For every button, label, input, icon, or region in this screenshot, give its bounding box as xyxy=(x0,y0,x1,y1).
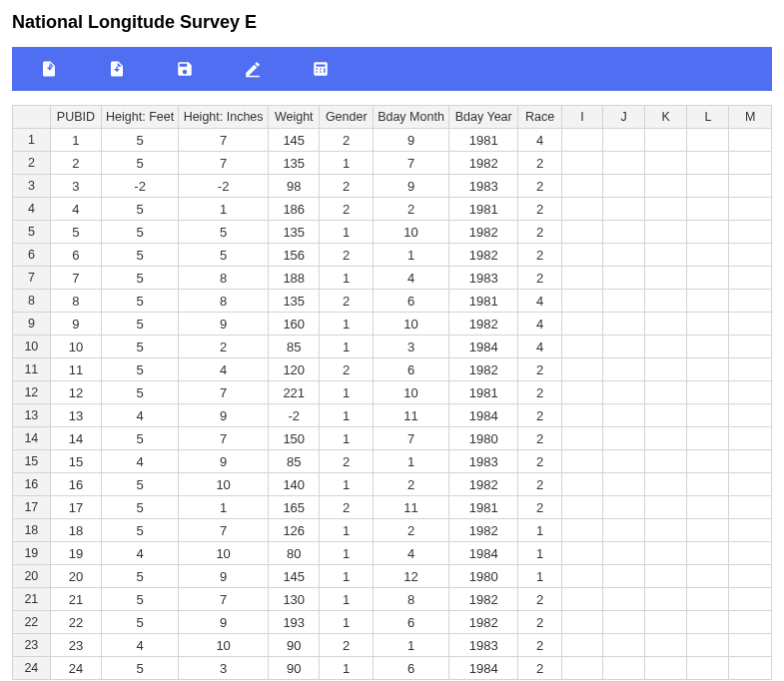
cell[interactable] xyxy=(687,611,729,634)
cell[interactable]: 9 xyxy=(179,313,269,336)
cell[interactable] xyxy=(687,519,729,542)
cell[interactable]: 1981 xyxy=(448,381,517,404)
cell[interactable]: 23 xyxy=(50,634,101,657)
cell[interactable]: 11 xyxy=(374,496,449,519)
cell[interactable] xyxy=(687,175,729,198)
cell[interactable]: 8 xyxy=(179,267,269,290)
cell[interactable] xyxy=(645,152,687,175)
cell[interactable]: 3 xyxy=(374,336,449,358)
cell[interactable] xyxy=(729,152,772,175)
cell[interactable] xyxy=(645,657,687,680)
cell[interactable]: 1982 xyxy=(448,473,517,496)
cell[interactable]: 2 xyxy=(320,358,374,381)
cell[interactable]: 1 xyxy=(374,244,449,267)
cell[interactable]: 1 xyxy=(320,313,374,336)
cell[interactable]: 1 xyxy=(320,588,374,611)
row-header[interactable]: 11 xyxy=(13,358,51,381)
cell[interactable]: 1981 xyxy=(448,290,517,313)
cell[interactable]: 160 xyxy=(269,313,320,336)
row-header[interactable]: 20 xyxy=(13,565,51,588)
column-header[interactable]: I xyxy=(561,106,603,129)
cell[interactable]: 17 xyxy=(50,496,101,519)
cell[interactable] xyxy=(729,634,772,657)
cell[interactable]: 2 xyxy=(320,496,374,519)
row-header[interactable]: 13 xyxy=(13,404,51,427)
cell[interactable] xyxy=(603,336,645,358)
cell[interactable]: 1981 xyxy=(448,198,517,221)
cell[interactable]: 1 xyxy=(179,198,269,221)
cell[interactable] xyxy=(561,313,603,336)
cell[interactable] xyxy=(561,427,603,450)
cell[interactable]: 6 xyxy=(374,611,449,634)
cell[interactable]: 135 xyxy=(269,290,320,313)
cell[interactable]: 85 xyxy=(269,450,320,473)
row-header[interactable]: 12 xyxy=(13,381,51,404)
cell[interactable]: 9 xyxy=(179,450,269,473)
cell[interactable] xyxy=(645,404,687,427)
cell[interactable]: 4 xyxy=(102,542,179,565)
cell[interactable] xyxy=(729,427,772,450)
cell[interactable] xyxy=(561,244,603,267)
cell[interactable]: 150 xyxy=(269,427,320,450)
cell[interactable]: 5 xyxy=(102,611,179,634)
cell[interactable]: 6 xyxy=(374,358,449,381)
cell[interactable]: 2 xyxy=(374,198,449,221)
cell[interactable]: 11 xyxy=(374,404,449,427)
cell[interactable] xyxy=(687,427,729,450)
cell[interactable] xyxy=(561,496,603,519)
cell[interactable]: 1984 xyxy=(448,657,517,680)
cell[interactable]: 1 xyxy=(320,542,374,565)
cell[interactable]: 1 xyxy=(320,336,374,358)
cell[interactable]: 10 xyxy=(374,381,449,404)
cell[interactable]: 2 xyxy=(518,496,561,519)
cell[interactable] xyxy=(729,358,772,381)
cell[interactable] xyxy=(729,290,772,313)
cell[interactable]: 5 xyxy=(102,198,179,221)
cell[interactable]: 85 xyxy=(269,336,320,358)
cell[interactable]: 5 xyxy=(179,244,269,267)
cell[interactable] xyxy=(561,381,603,404)
cell[interactable]: 2 xyxy=(518,198,561,221)
cell[interactable]: 5 xyxy=(102,244,179,267)
cell[interactable]: 1981 xyxy=(448,496,517,519)
cell[interactable] xyxy=(603,611,645,634)
cell[interactable]: 15 xyxy=(50,450,101,473)
cell[interactable]: 4 xyxy=(374,267,449,290)
cell[interactable]: 145 xyxy=(269,565,320,588)
cell[interactable] xyxy=(687,129,729,152)
cell[interactable] xyxy=(645,542,687,565)
cell[interactable]: 9 xyxy=(50,313,101,336)
row-header[interactable]: 21 xyxy=(13,588,51,611)
cell[interactable] xyxy=(561,175,603,198)
cell[interactable]: 5 xyxy=(102,221,179,244)
cell[interactable]: 1 xyxy=(374,634,449,657)
cell[interactable]: 3 xyxy=(179,657,269,680)
cell[interactable] xyxy=(561,336,603,358)
cell[interactable]: 1 xyxy=(320,611,374,634)
cell[interactable] xyxy=(729,450,772,473)
cell[interactable]: 1 xyxy=(518,565,561,588)
edit-icon[interactable] xyxy=(244,60,262,78)
cell[interactable]: 126 xyxy=(269,519,320,542)
cell[interactable] xyxy=(729,129,772,152)
cell[interactable]: 2 xyxy=(518,634,561,657)
column-header[interactable]: PUBID xyxy=(50,106,101,129)
cell[interactable]: 188 xyxy=(269,267,320,290)
cell[interactable]: 1 xyxy=(320,565,374,588)
cell[interactable] xyxy=(561,473,603,496)
cell[interactable]: 5 xyxy=(102,152,179,175)
cell[interactable]: 1 xyxy=(320,381,374,404)
cell[interactable] xyxy=(729,313,772,336)
import-icon[interactable] xyxy=(40,60,58,78)
cell[interactable]: 7 xyxy=(179,588,269,611)
cell[interactable]: 7 xyxy=(50,267,101,290)
cell[interactable]: 4 xyxy=(518,313,561,336)
column-header[interactable]: Bday Year xyxy=(448,106,517,129)
cell[interactable] xyxy=(603,244,645,267)
cell[interactable]: 9 xyxy=(179,404,269,427)
cell[interactable] xyxy=(729,657,772,680)
column-header[interactable]: Weight xyxy=(269,106,320,129)
cell[interactable] xyxy=(687,565,729,588)
cell[interactable]: 5 xyxy=(179,221,269,244)
cell[interactable]: -2 xyxy=(269,404,320,427)
